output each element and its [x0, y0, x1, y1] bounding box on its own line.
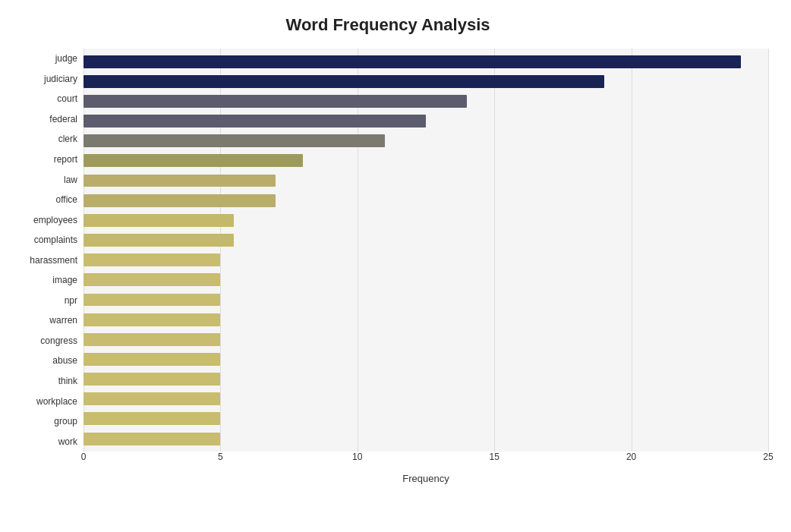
- bar: [84, 175, 276, 187]
- bar: [84, 313, 220, 326]
- y-label: report: [8, 155, 77, 164]
- bar-row: [84, 151, 768, 171]
- y-label: congress: [8, 336, 77, 345]
- bar: [84, 433, 220, 445]
- plot-area: [84, 49, 768, 452]
- bar: [84, 214, 234, 227]
- bar: [84, 134, 385, 147]
- bar-row: [84, 290, 768, 310]
- y-label: group: [8, 417, 77, 426]
- y-label: npr: [8, 296, 77, 305]
- x-ticks-row: 0510152025: [84, 452, 768, 467]
- x-tick-label: 15: [490, 452, 499, 462]
- bar: [84, 373, 220, 386]
- bar-row: [84, 349, 768, 369]
- x-tick-label: 0: [81, 452, 87, 462]
- y-label: workplace: [8, 397, 77, 406]
- bar-row: [84, 389, 768, 409]
- bar: [84, 294, 220, 307]
- x-axis-title: Frequency: [84, 473, 768, 484]
- y-label: abuse: [8, 356, 77, 365]
- bar-row: [84, 91, 768, 111]
- bar-row: [84, 171, 768, 190]
- bar-row: [84, 52, 768, 71]
- bar-row: [84, 111, 768, 131]
- bar: [84, 273, 220, 286]
- bar-row: [84, 250, 768, 270]
- bar: [84, 412, 220, 425]
- bar-row: [84, 329, 768, 349]
- y-label: clerk: [8, 134, 77, 143]
- grid-line: [768, 49, 769, 452]
- bar: [84, 194, 276, 207]
- bar-row: [84, 210, 768, 230]
- chart-container: Word Frequency Analysis judgejudiciaryco…: [0, 0, 791, 532]
- bar: [84, 55, 741, 68]
- y-label: federal: [8, 115, 77, 124]
- x-axis-section: 0510152025 Frequency: [8, 452, 768, 484]
- bar: [84, 95, 467, 108]
- y-label: think: [8, 376, 77, 386]
- chart-title: Word Frequency Analysis: [8, 15, 768, 35]
- bar-row: [84, 230, 768, 250]
- y-label: law: [8, 175, 77, 184]
- y-label: complaints: [8, 235, 77, 244]
- bar: [84, 392, 220, 405]
- bar: [84, 115, 426, 127]
- x-tick-label: 5: [218, 452, 223, 462]
- bar-row: [84, 370, 768, 389]
- bar: [84, 154, 303, 167]
- y-label: harassment: [8, 256, 77, 265]
- x-tick-label: 10: [352, 452, 362, 462]
- y-label: judiciary: [8, 74, 77, 83]
- bar-row: [84, 429, 768, 449]
- bar-row: [84, 190, 768, 210]
- y-label: work: [8, 437, 77, 446]
- y-label: office: [8, 195, 77, 204]
- bar: [84, 333, 220, 346]
- bar-row: [84, 310, 768, 329]
- bar-row: [84, 270, 768, 290]
- bar-row: [84, 131, 768, 151]
- y-label: warren: [8, 316, 77, 325]
- x-tick-label: 20: [626, 452, 636, 462]
- x-tick-label: 25: [763, 452, 773, 462]
- bar: [84, 253, 220, 266]
- y-label: image: [8, 275, 77, 285]
- bar: [84, 234, 234, 247]
- y-label: court: [8, 94, 77, 103]
- y-label: employees: [8, 216, 77, 225]
- bar-row: [84, 409, 768, 429]
- bar-row: [84, 71, 768, 91]
- y-label: judge: [8, 54, 77, 63]
- bar: [84, 75, 604, 88]
- y-axis-labels: judgejudiciarycourtfederalclerkreportlaw…: [8, 49, 84, 452]
- bar: [84, 353, 220, 366]
- bars-container: [84, 49, 768, 452]
